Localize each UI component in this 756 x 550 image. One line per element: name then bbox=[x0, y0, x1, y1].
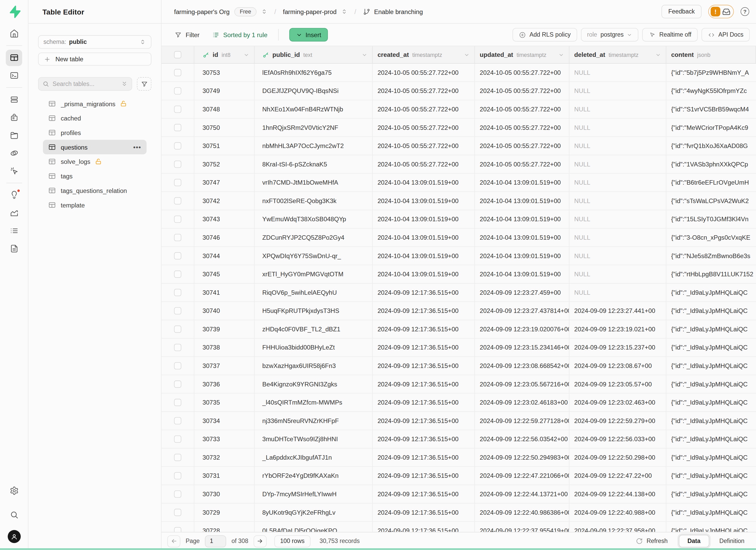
cell-updated-at[interactable]: 2024-09-09 12:22:40.986386+00 bbox=[475, 504, 569, 521]
cell-id[interactable]: 30746 bbox=[194, 229, 254, 246]
sidebar-table-item[interactable]: cached bbox=[43, 111, 146, 125]
cell-created-at[interactable]: 2024-09-09 12:17:36.515+00 bbox=[373, 504, 475, 521]
cell-public-id[interactable]: lEfA0sRh9hIXf62Y6ga75 bbox=[255, 64, 373, 82]
cell-public-id[interactable]: zHDq4c0F0VBF_TL2_dBZ1 bbox=[255, 320, 373, 338]
cell-created-at[interactable]: 2024-10-04 13:09:01.519+00 bbox=[373, 265, 475, 283]
cell-created-at[interactable]: 2024-10-05 00:55:27.722+00 bbox=[373, 100, 475, 118]
cell-deleted-at[interactable]: NULL bbox=[569, 174, 666, 192]
table-row[interactable]: 30750 1hnRQjxSRm2V0VticY2NF 2024-10-05 0… bbox=[161, 119, 756, 137]
cell-deleted-at[interactable]: NULL bbox=[569, 64, 666, 82]
cell-public-id[interactable]: ZDCunRYJP2CQ5Z8Po2Gy4 bbox=[255, 229, 373, 246]
row-checkbox[interactable] bbox=[174, 472, 181, 479]
nav-advisors[interactable] bbox=[6, 187, 22, 203]
table-row[interactable]: 30730 DYp-7mcyMSIrHefLYIwwH 2024-09-09 1… bbox=[161, 485, 756, 504]
cell-updated-at[interactable]: 2024-10-05 00:55:27.722+00 bbox=[475, 155, 569, 173]
feedback-button[interactable]: Feedback bbox=[661, 5, 701, 18]
role-select-button[interactable]: role postgres bbox=[581, 28, 638, 42]
select-all-cell[interactable] bbox=[161, 46, 194, 63]
cell-created-at[interactable]: 2024-10-05 00:55:27.722+00 bbox=[373, 155, 475, 173]
cell-deleted-at[interactable]: 2024-09-09 12:22:47.22+00 bbox=[569, 467, 666, 485]
row-select-cell[interactable] bbox=[161, 284, 194, 301]
cell-updated-at[interactable]: 2024-10-04 13:09:01.519+00 bbox=[475, 247, 569, 265]
nav-settings[interactable] bbox=[6, 482, 22, 499]
row-select-cell[interactable] bbox=[161, 265, 194, 283]
cell-public-id[interactable]: nbMhHL3AP7OcCJymc2wT2 bbox=[255, 137, 373, 155]
cell-content[interactable]: {"id":"_Id9aLyJpMHQLaiQC bbox=[666, 284, 756, 301]
cell-created-at[interactable]: 2024-09-09 12:17:36.515+00 bbox=[373, 320, 475, 338]
column-header-id[interactable]: id int8 bbox=[194, 46, 254, 63]
tab-definition[interactable]: Definition bbox=[713, 538, 750, 545]
add-rls-policy-button[interactable]: Add RLS policy bbox=[512, 28, 577, 42]
cell-deleted-at[interactable]: 2024-09-09 12:23:02.463+00 bbox=[569, 393, 666, 411]
row-select-cell[interactable] bbox=[161, 192, 194, 210]
cell-deleted-at[interactable]: NULL bbox=[569, 265, 666, 283]
row-checkbox[interactable] bbox=[174, 509, 181, 516]
cell-updated-at[interactable]: 2024-09-09 12:23:27.459+00 bbox=[475, 284, 569, 301]
cell-created-at[interactable]: 2024-10-04 13:09:01.519+00 bbox=[373, 229, 475, 246]
row-checkbox[interactable] bbox=[174, 234, 181, 241]
cell-content[interactable]: {"id":"B6tr6eEFLrOVgeUmH bbox=[666, 174, 756, 192]
row-select-cell[interactable] bbox=[161, 504, 194, 521]
sidebar-table-item[interactable]: tags_questions_relation bbox=[43, 183, 146, 198]
cell-public-id[interactable]: 8yUKotr9qGYjK2eFRhgLv bbox=[255, 504, 373, 521]
cell-updated-at[interactable]: 2024-10-04 13:09:01.519+00 bbox=[475, 229, 569, 246]
table-row[interactable]: 30749 DGEJfJZPQUV9Q-IBqsNSi 2024-10-05 0… bbox=[161, 82, 756, 100]
row-select-cell[interactable] bbox=[161, 100, 194, 118]
cell-created-at[interactable]: 2024-09-09 12:17:36.515+00 bbox=[373, 430, 475, 448]
row-select-cell[interactable] bbox=[161, 155, 194, 173]
cell-content[interactable]: {"id":"sTsWaLCPsVA2WuK2 bbox=[666, 192, 756, 210]
sort-button[interactable]: Sorted by 1 rule bbox=[212, 31, 267, 38]
column-header-deleted-at[interactable]: deleted_at timestamptz bbox=[569, 46, 666, 63]
row-select-cell[interactable] bbox=[161, 302, 194, 320]
supabase-logo[interactable] bbox=[8, 5, 21, 18]
row-checkbox[interactable] bbox=[174, 344, 181, 351]
row-select-cell[interactable] bbox=[161, 357, 194, 375]
cell-id[interactable]: 30748 bbox=[194, 100, 254, 118]
cell-public-id[interactable]: RiqOV6p_5wihLelAEQyhU bbox=[255, 284, 373, 301]
cell-deleted-at[interactable]: 2024-09-09 12:22:50.298+00 bbox=[569, 448, 666, 466]
cell-id[interactable]: 30733 bbox=[194, 430, 254, 448]
cell-updated-at[interactable]: 2024-10-05 00:55:27.722+00 bbox=[475, 100, 569, 118]
cell-public-id[interactable]: FHHUioa3bidd00BHyLeZt bbox=[255, 339, 373, 357]
nav-table-editor[interactable] bbox=[6, 49, 22, 66]
cell-created-at[interactable]: 2024-09-09 12:17:36.515+00 bbox=[373, 284, 475, 301]
cell-deleted-at[interactable]: 2024-09-09 12:23:15.237+00 bbox=[569, 339, 666, 357]
cell-content[interactable]: {"id":"rtHbLpgB8V11LUK7152 bbox=[666, 265, 756, 283]
cell-deleted-at[interactable]: NULL bbox=[569, 229, 666, 246]
row-select-cell[interactable] bbox=[161, 430, 194, 448]
cell-content[interactable]: {"id":"_Id9aLyJpMHQLaiQC bbox=[666, 302, 756, 320]
table-row[interactable]: 30731 rYbORF2e4YgDt9fKAXaKn 2024-09-09 1… bbox=[161, 467, 756, 485]
cell-id[interactable]: 30741 bbox=[194, 284, 254, 301]
cell-updated-at[interactable]: 2024-10-04 13:09:01.519+00 bbox=[475, 174, 569, 192]
cell-content[interactable]: {"id":"15LSIyT0JGMf3Kl4Vn bbox=[666, 210, 756, 228]
row-select-cell[interactable] bbox=[161, 339, 194, 357]
cell-id[interactable]: 30730 bbox=[194, 485, 254, 503]
cell-deleted-at[interactable]: 2024-09-09 12:23:05.57+00 bbox=[569, 375, 666, 393]
cell-public-id[interactable]: _l40sQIRTmMZfcm-MWMPs bbox=[255, 393, 373, 411]
cell-id[interactable]: 30737 bbox=[194, 357, 254, 375]
cell-created-at[interactable]: 2024-09-09 12:17:36.515+00 bbox=[373, 522, 475, 532]
cell-created-at[interactable]: 2024-09-09 12:17:36.515+00 bbox=[373, 375, 475, 393]
row-select-cell[interactable] bbox=[161, 522, 194, 532]
row-select-cell[interactable] bbox=[161, 119, 194, 137]
table-row[interactable]: 30753 lEfA0sRh9hIXf62Y6ga75 2024-10-05 0… bbox=[161, 64, 756, 82]
table-row[interactable]: 30733 3muDHTceTWso9IZj8hHNI 2024-09-09 1… bbox=[161, 430, 756, 449]
cell-content[interactable]: {"id":"_Id9aLyJpMHQLaiQC bbox=[666, 339, 756, 357]
breadcrumb-project[interactable]: farming-paper-prod bbox=[283, 8, 337, 15]
row-select-cell[interactable] bbox=[161, 448, 194, 466]
cell-id[interactable]: 30752 bbox=[194, 155, 254, 173]
cell-updated-at[interactable]: 2024-09-09 12:23:15.234146+00 bbox=[475, 339, 569, 357]
search-tables-input[interactable] bbox=[52, 81, 118, 87]
cell-content[interactable]: {"id":"5b7j5Pz9WHBNmY_A bbox=[666, 64, 756, 82]
cell-content[interactable]: {"id":"3-O8cn_xPgs0cVxqKE bbox=[666, 229, 756, 246]
nav-home[interactable] bbox=[6, 25, 22, 42]
sidebar-table-item[interactable]: profiles bbox=[43, 125, 146, 140]
cell-updated-at[interactable]: 2024-09-09 12:22:56.03542+00 bbox=[475, 430, 569, 448]
table-row[interactable]: 30728 0L5BAfDaLDl5rQOiqeKPO 2024-09-09 1… bbox=[161, 522, 756, 532]
cell-deleted-at[interactable]: 2024-09-09 12:22:40.988+00 bbox=[569, 504, 666, 521]
account-avatar[interactable] bbox=[8, 530, 21, 543]
row-select-cell[interactable] bbox=[161, 467, 194, 485]
cell-updated-at[interactable]: 2024-09-09 12:23:19.020076+00 bbox=[475, 320, 569, 338]
cell-updated-at[interactable]: 2024-10-04 13:09:01.519+00 bbox=[475, 210, 569, 228]
cell-content[interactable]: {"id":"_Id9aLyJpMHQLaiQC bbox=[666, 393, 756, 411]
